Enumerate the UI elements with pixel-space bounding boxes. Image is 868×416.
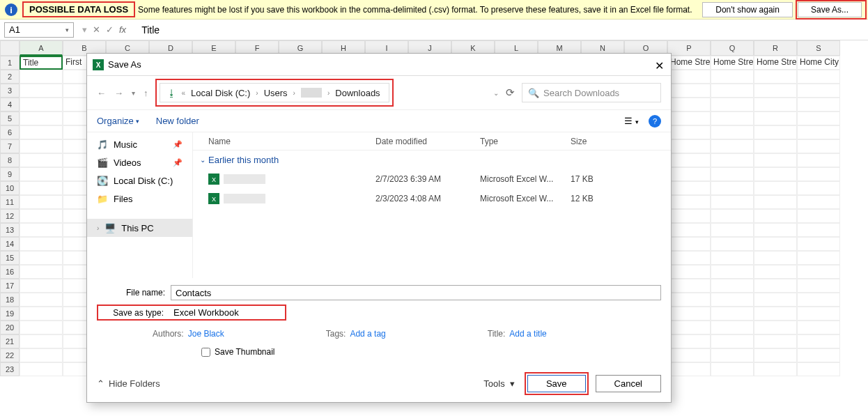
cell[interactable] xyxy=(754,181,797,195)
cell[interactable] xyxy=(20,362,63,376)
hide-folders-button[interactable]: ⌃ Hide Folders xyxy=(97,378,160,389)
cell[interactable] xyxy=(797,98,840,111)
breadcrumb-seg[interactable]: Local Disk (C:) xyxy=(191,88,250,98)
cell[interactable] xyxy=(754,279,797,293)
row-header[interactable]: 20 xyxy=(0,321,20,334)
row-header[interactable]: 17 xyxy=(0,279,20,293)
breadcrumb-seg-redacted[interactable] xyxy=(301,88,322,98)
cell[interactable] xyxy=(20,125,63,139)
cell[interactable] xyxy=(754,362,797,376)
select-all-corner[interactable] xyxy=(0,40,20,56)
row-header[interactable]: 7 xyxy=(0,139,20,153)
help-icon[interactable]: ? xyxy=(649,115,661,128)
row-header[interactable]: 22 xyxy=(0,348,20,362)
cell[interactable] xyxy=(754,70,797,84)
cell[interactable] xyxy=(797,307,840,321)
row-header[interactable]: 3 xyxy=(0,84,20,98)
cell[interactable] xyxy=(667,307,711,321)
chevron-right-icon[interactable]: › xyxy=(97,224,99,232)
tags-value[interactable]: Add a tag xyxy=(350,329,385,339)
cell[interactable] xyxy=(797,223,840,237)
cell[interactable] xyxy=(754,84,797,98)
cell[interactable] xyxy=(667,237,711,251)
row-header[interactable]: 19 xyxy=(0,307,20,321)
organize-menu[interactable]: Organize ▾ xyxy=(97,116,139,126)
column-header[interactable]: P xyxy=(667,40,711,56)
row-header[interactable]: 2 xyxy=(0,70,20,84)
cell[interactable] xyxy=(797,111,840,125)
cell[interactable]: Home City xyxy=(797,56,840,70)
cell[interactable] xyxy=(20,70,63,84)
col-type[interactable]: Type xyxy=(480,137,571,146)
cell[interactable] xyxy=(20,195,63,209)
back-icon[interactable]: ← xyxy=(97,88,106,98)
cell[interactable] xyxy=(711,181,754,195)
file-row[interactable]: X2/7/2023 6:39 AMMicrosoft Excel W...17 … xyxy=(193,169,671,189)
cell[interactable]: Title xyxy=(20,56,63,70)
save-as-button[interactable]: Save As... xyxy=(798,2,862,17)
chevron-down-icon[interactable]: ▾ xyxy=(132,89,135,97)
cell[interactable] xyxy=(667,348,711,362)
cell[interactable] xyxy=(20,348,63,362)
refresh-icon[interactable]: ⟳ xyxy=(506,86,515,99)
cell[interactable] xyxy=(754,321,797,334)
cell[interactable] xyxy=(797,321,840,334)
column-header[interactable]: Q xyxy=(711,40,754,56)
cell[interactable] xyxy=(20,265,63,279)
pin-icon[interactable]: 📌 xyxy=(173,158,183,167)
cell[interactable] xyxy=(667,251,711,265)
cell[interactable] xyxy=(797,195,840,209)
tools-menu[interactable]: Tools ▾ xyxy=(483,378,515,389)
cell[interactable] xyxy=(797,279,840,293)
cell[interactable] xyxy=(797,70,840,84)
cell[interactable] xyxy=(754,237,797,251)
cell[interactable] xyxy=(754,195,797,209)
tree-item-files[interactable]: 📁Files xyxy=(87,190,192,208)
cell[interactable] xyxy=(20,84,63,98)
cell[interactable] xyxy=(711,125,754,139)
cell[interactable] xyxy=(754,223,797,237)
cell[interactable] xyxy=(667,111,711,125)
row-header[interactable]: 12 xyxy=(0,209,20,223)
cell[interactable] xyxy=(754,209,797,223)
up-icon[interactable]: ↑ xyxy=(144,88,148,98)
forward-icon[interactable]: → xyxy=(114,88,123,98)
cell[interactable] xyxy=(797,362,840,376)
row-header[interactable]: 15 xyxy=(0,251,20,265)
cell[interactable] xyxy=(797,348,840,362)
cell[interactable] xyxy=(797,251,840,265)
chevron-down-icon[interactable]: ⌄ xyxy=(493,89,499,97)
cell[interactable] xyxy=(754,139,797,153)
cell[interactable] xyxy=(797,125,840,139)
file-list-header[interactable]: Name Date modified Type Size xyxy=(193,132,671,151)
cell[interactable] xyxy=(711,139,754,153)
cell[interactable] xyxy=(667,209,711,223)
cell[interactable] xyxy=(754,293,797,307)
tree-item-music[interactable]: 🎵Music📌 xyxy=(87,135,192,153)
cell[interactable]: Home Stre xyxy=(711,56,754,70)
cell[interactable] xyxy=(797,181,840,195)
cell[interactable] xyxy=(667,84,711,98)
row-header[interactable]: 21 xyxy=(0,334,20,348)
cell[interactable] xyxy=(711,98,754,111)
cancel-button[interactable]: Cancel xyxy=(596,375,661,392)
search-input[interactable]: 🔍 Search Downloads xyxy=(522,83,661,102)
row-header[interactable]: 23 xyxy=(0,362,20,376)
cell[interactable] xyxy=(667,139,711,153)
row-header[interactable]: 14 xyxy=(0,237,20,251)
cell[interactable] xyxy=(20,111,63,125)
tree-item-thispc[interactable]: ›🖥️This PC xyxy=(87,219,192,237)
row-header[interactable]: 1 xyxy=(0,56,20,70)
dropdown-icon[interactable]: ▾ xyxy=(82,24,87,35)
row-header[interactable]: 16 xyxy=(0,265,20,279)
cell[interactable] xyxy=(754,251,797,265)
column-header[interactable]: A xyxy=(20,40,63,56)
close-icon[interactable]: ✕ xyxy=(651,58,667,73)
row-header[interactable]: 6 xyxy=(0,125,20,139)
row-header[interactable]: 4 xyxy=(0,98,20,111)
cell[interactable] xyxy=(667,181,711,195)
cell[interactable] xyxy=(667,293,711,307)
cell[interactable] xyxy=(754,167,797,181)
cell[interactable] xyxy=(754,348,797,362)
cell[interactable] xyxy=(711,153,754,167)
